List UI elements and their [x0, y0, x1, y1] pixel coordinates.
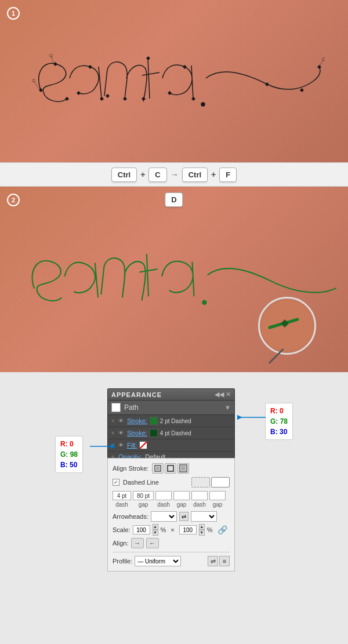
align-center-btn[interactable]: [165, 463, 176, 474]
drag-handle-3: ≡: [111, 442, 116, 448]
arrowhead-swap-btn[interactable]: ⇄: [179, 512, 188, 521]
align-right-btn[interactable]: ←: [146, 538, 159, 548]
bottom-padding: [0, 372, 348, 384]
profile-reset-btn[interactable]: ≡: [219, 556, 230, 566]
stroke2-row[interactable]: ≡ 👁 Stroke: 4 pt Dashed: [108, 427, 234, 439]
scale2-up[interactable]: ▲: [199, 524, 205, 530]
svg-rect-10: [146, 56, 150, 60]
stroke-options-panel[interactable]: Align Stroke: ✓ Dashed Line: [107, 458, 235, 572]
panel-title: APPEARANCE: [111, 391, 162, 398]
dash3-input[interactable]: [191, 491, 208, 500]
svg-rect-4: [77, 91, 81, 95]
scale1-stepper[interactable]: ▲ ▼: [153, 524, 158, 536]
panel-path-row: Path ▼: [108, 401, 234, 415]
align-outside-btn[interactable]: [177, 463, 189, 474]
fill-row[interactable]: ≡ 👁 Fill:: [108, 439, 234, 452]
panel-scroll-indicator: ▼: [224, 404, 231, 411]
key-d: D: [165, 192, 183, 207]
svg-point-20: [50, 54, 53, 57]
align-stroke-buttons[interactable]: [152, 463, 189, 474]
dash1-input[interactable]: [113, 491, 131, 500]
scale-row[interactable]: Scale: ▲ ▼ % × ▲ ▼ % 🔗: [113, 524, 230, 536]
arrowheads-row[interactable]: Arrowheads: ⇄: [113, 511, 230, 522]
arrowhead-end-select[interactable]: [191, 511, 217, 522]
svg-line-21: [319, 60, 324, 67]
magnifier-content: [261, 300, 313, 352]
stroke1-label[interactable]: Stroke:: [127, 417, 147, 424]
dash-pattern-rounded-btn[interactable]: [191, 477, 210, 487]
key-ctrl-2: Ctrl: [182, 168, 208, 182]
scale2-stepper[interactable]: ▲ ▼: [199, 524, 205, 536]
svg-point-0: [201, 103, 205, 106]
dash-pattern-sharp-btn[interactable]: [211, 477, 230, 487]
dash2-input[interactable]: [155, 491, 172, 500]
profile-label: Profile:: [113, 558, 132, 565]
scale2-input[interactable]: [179, 525, 197, 534]
stroke2-color-swatch[interactable]: [150, 429, 158, 437]
profile-row[interactable]: Profile: — Uniform ⇌ ≡: [113, 552, 230, 566]
profile-buttons[interactable]: ⇌ ≡: [208, 556, 230, 566]
gap1-input[interactable]: [133, 491, 154, 500]
svg-point-19: [32, 79, 35, 82]
arrowhead-start-select[interactable]: [151, 511, 177, 522]
dashed-pattern-buttons[interactable]: [191, 477, 230, 487]
stroke2-label[interactable]: Stroke:: [127, 430, 147, 436]
svg-line-18: [51, 56, 54, 64]
shortcut-bar: Ctrl + C → Ctrl + F: [0, 162, 348, 187]
panel-window-controls[interactable]: ◀◀ ✕: [215, 391, 231, 398]
eye-icon-3[interactable]: 👁: [118, 442, 124, 448]
profile-flip-btn[interactable]: ⇌: [208, 556, 218, 566]
scale-pct1: %: [161, 526, 166, 533]
eye-icon-1[interactable]: 👁: [118, 418, 124, 424]
col3-label: dash: [155, 501, 172, 508]
stroke1-row[interactable]: ≡ 👁 Stroke: 2 pt Dashed: [108, 415, 234, 427]
key-c: C: [148, 168, 166, 182]
path-white-box: [111, 403, 121, 412]
svg-rect-1: [39, 88, 43, 92]
svg-rect-16: [317, 65, 321, 69]
align-row[interactable]: Align: → ←: [113, 538, 230, 548]
callout-right-b: B: 30: [270, 427, 288, 437]
col2-label: gap: [133, 501, 154, 508]
svg-rect-3: [65, 97, 69, 101]
callout-right-arrow: [237, 412, 266, 423]
section2-canvas: 2 D: [0, 187, 348, 372]
dash-gap-inputs-row1[interactable]: [113, 491, 230, 500]
align-stroke-row: Align Stroke:: [113, 463, 230, 474]
align-inside-btn[interactable]: [152, 463, 164, 474]
scale-label: Scale:: [113, 526, 130, 533]
svg-rect-6: [100, 97, 104, 101]
col5-label: dash: [191, 501, 208, 508]
plus-symbol-2: +: [211, 170, 216, 179]
step2-badge: 2: [7, 194, 20, 206]
dashed-line-checkbox[interactable]: ✓: [113, 479, 119, 486]
svg-rect-11: [168, 91, 172, 95]
fill-color-swatch[interactable]: [139, 441, 147, 449]
dash-gap-labels: dash gap dash gap dash gap: [113, 501, 230, 508]
scale1-up[interactable]: ▲: [153, 524, 158, 530]
scale1-down[interactable]: ▼: [153, 530, 158, 536]
gap2-input[interactable]: [173, 491, 190, 500]
color-callout-left: R: 0 G: 98 B: 50: [55, 436, 83, 473]
svg-point-23: [202, 301, 206, 304]
fill-label[interactable]: Fill:: [127, 442, 137, 449]
svg-rect-31: [181, 466, 186, 471]
santa-path-section1: [23, 17, 325, 151]
col1-label: dash: [113, 501, 131, 508]
scale2-down[interactable]: ▼: [199, 530, 205, 536]
callout-right-r: R: 0: [270, 406, 288, 416]
svg-rect-2: [53, 62, 57, 66]
gap3-input[interactable]: [209, 491, 226, 500]
align-left-btn[interactable]: →: [131, 538, 144, 548]
dashed-line-row[interactable]: ✓ Dashed Line: [113, 477, 230, 487]
profile-select[interactable]: — Uniform: [135, 556, 181, 566]
key-ctrl-1: Ctrl: [111, 168, 137, 182]
stroke1-color-swatch[interactable]: [150, 417, 158, 425]
key-f: F: [219, 168, 237, 182]
scale-link-btn[interactable]: 🔗: [217, 525, 227, 534]
scale1-input[interactable]: [133, 525, 150, 534]
scale-pct2: %: [207, 526, 213, 533]
eye-icon-2[interactable]: 👁: [118, 430, 124, 436]
svg-rect-29: [156, 467, 160, 470]
dashed-line-label: Dashed Line: [123, 479, 159, 486]
